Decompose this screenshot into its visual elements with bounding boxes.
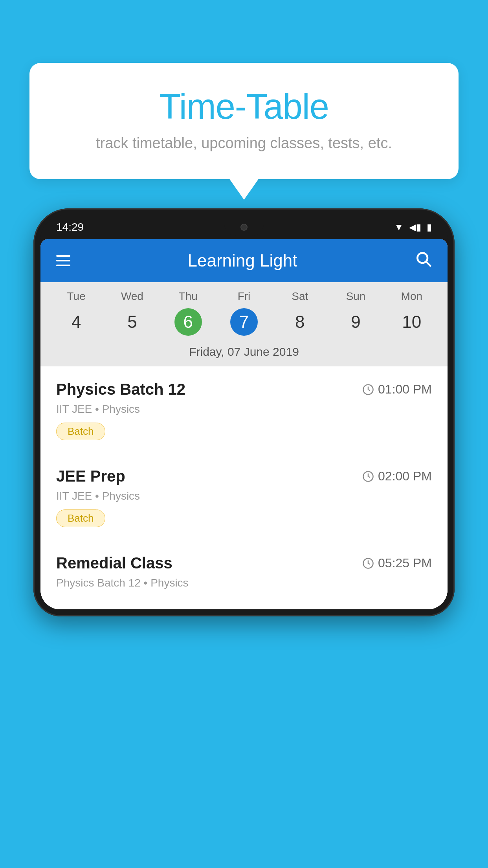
battery-icon: ▮ — [427, 222, 432, 233]
batch-badge: Batch — [56, 509, 105, 527]
day-number[interactable]: 7 — [230, 308, 258, 336]
day-col-8[interactable]: Sat8 — [272, 290, 328, 336]
bubble-title: Time-Table — [57, 86, 431, 127]
days-row: Tue4Wed5Thu6Fri7Sat8Sun9Mon10 — [40, 282, 448, 340]
schedule-item[interactable]: Remedial Class05:25 PMPhysics Batch 12 •… — [40, 540, 448, 609]
calendar-strip: Tue4Wed5Thu6Fri7Sat8Sun9Mon10 Friday, 07… — [40, 282, 448, 366]
day-number[interactable]: 10 — [398, 308, 426, 336]
bubble-subtitle: track timetable, upcoming classes, tests… — [57, 135, 431, 152]
day-number[interactable]: 5 — [118, 308, 146, 336]
phone-screen: Learning Light Tue4Wed5Thu6Fri7Sat8Sun9M… — [40, 239, 448, 609]
selected-date-label: Friday, 07 June 2019 — [40, 340, 448, 366]
day-col-4[interactable]: Tue4 — [48, 290, 104, 336]
clock-icon — [362, 557, 374, 569]
clock-icon — [362, 384, 374, 395]
day-col-7[interactable]: Fri7 — [216, 290, 272, 336]
day-name: Sat — [292, 290, 308, 303]
day-col-9[interactable]: Sun9 — [328, 290, 383, 336]
batch-badge: Batch — [56, 423, 105, 440]
schedule-list: Physics Batch 1201:00 PMIIT JEE • Physic… — [40, 366, 448, 609]
menu-button[interactable] — [56, 255, 70, 266]
schedule-meta: IIT JEE • Physics — [56, 490, 432, 502]
app-header: Learning Light — [40, 239, 448, 282]
day-number[interactable]: 6 — [174, 308, 202, 336]
app-title: Learning Light — [188, 251, 297, 270]
clock-icon — [362, 471, 374, 482]
schedule-item[interactable]: JEE Prep02:00 PMIIT JEE • PhysicsBatch — [40, 453, 448, 540]
schedule-meta: IIT JEE • Physics — [56, 403, 432, 416]
day-number[interactable]: 8 — [286, 308, 314, 336]
signal-icon: ◀▮ — [409, 222, 421, 233]
day-name: Wed — [121, 290, 143, 303]
day-number[interactable]: 4 — [62, 308, 90, 336]
phone-notch-bar: 14:29 ▼ ◀▮ ▮ — [40, 215, 448, 239]
schedule-time: 01:00 PM — [362, 382, 432, 397]
schedule-title: Remedial Class — [56, 554, 172, 572]
schedule-item-header: JEE Prep02:00 PM — [56, 467, 432, 485]
schedule-item-header: Physics Batch 1201:00 PM — [56, 381, 432, 398]
schedule-item-header: Remedial Class05:25 PM — [56, 554, 432, 572]
search-button[interactable] — [415, 250, 432, 271]
schedule-meta: Physics Batch 12 • Physics — [56, 577, 432, 589]
day-name: Thu — [179, 290, 198, 303]
phone-mockup: 14:29 ▼ ◀▮ ▮ Learning Light — [33, 208, 455, 868]
day-name: Sun — [346, 290, 366, 303]
day-name: Mon — [401, 290, 422, 303]
day-name: Tue — [67, 290, 86, 303]
schedule-item[interactable]: Physics Batch 1201:00 PMIIT JEE • Physic… — [40, 366, 448, 453]
schedule-time: 05:25 PM — [362, 556, 432, 570]
schedule-title: JEE Prep — [56, 467, 125, 485]
speech-bubble: Time-Table track timetable, upcoming cla… — [29, 63, 459, 179]
status-time: 14:29 — [56, 221, 84, 234]
svg-line-1 — [426, 262, 430, 266]
schedule-title: Physics Batch 12 — [56, 381, 185, 398]
phone-notch — [224, 219, 264, 236]
wifi-icon: ▼ — [394, 222, 404, 233]
day-col-5[interactable]: Wed5 — [104, 290, 160, 336]
status-icons: ▼ ◀▮ ▮ — [394, 222, 432, 233]
day-col-6[interactable]: Thu6 — [160, 290, 216, 336]
day-number[interactable]: 9 — [342, 308, 370, 336]
day-col-10[interactable]: Mon10 — [384, 290, 440, 336]
camera-notch — [240, 224, 248, 231]
day-name: Fri — [238, 290, 251, 303]
schedule-time: 02:00 PM — [362, 469, 432, 484]
